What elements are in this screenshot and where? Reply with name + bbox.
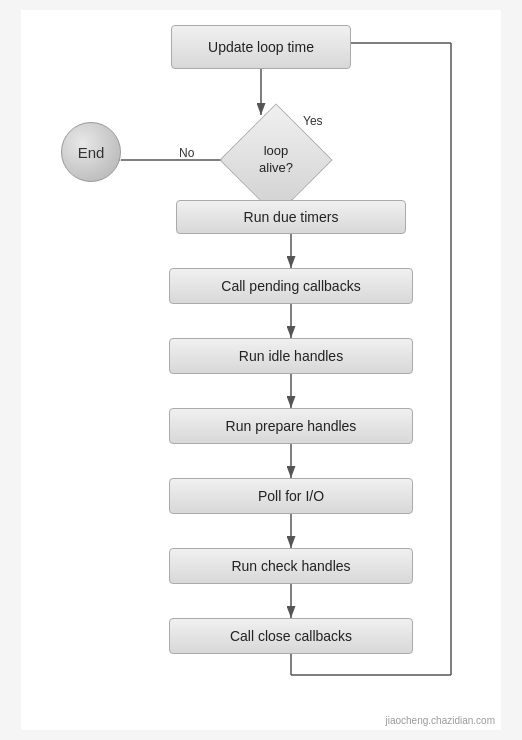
- run-due-timers-box: Run due timers: [176, 200, 406, 234]
- watermark: jiaocheng.chazidian.com: [385, 715, 495, 726]
- end-circle: End: [61, 122, 121, 182]
- loop-alive-diamond: loopalive?: [231, 115, 321, 205]
- call-close-callbacks-box: Call close callbacks: [169, 618, 413, 654]
- update-loop-time-box: Update loop time: [171, 25, 351, 69]
- no-label: No: [179, 146, 194, 160]
- call-pending-callbacks-box: Call pending callbacks: [169, 268, 413, 304]
- diamond-label: loopalive?: [259, 143, 293, 177]
- run-idle-handles-box: Run idle handles: [169, 338, 413, 374]
- poll-for-io-box: Poll for I/O: [169, 478, 413, 514]
- flowchart: Update loop time loopalive? End Run due …: [21, 10, 501, 730]
- run-prepare-handles-box: Run prepare handles: [169, 408, 413, 444]
- run-check-handles-box: Run check handles: [169, 548, 413, 584]
- diagram-container: Update loop time loopalive? End Run due …: [21, 10, 501, 730]
- yes-label: Yes: [303, 114, 323, 128]
